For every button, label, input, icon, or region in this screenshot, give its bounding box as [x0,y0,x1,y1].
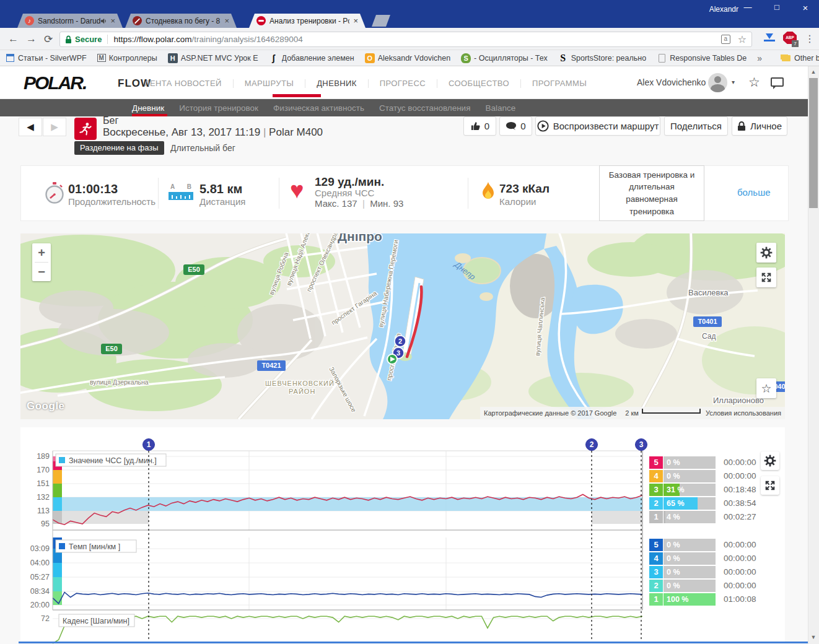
replay-route-button[interactable]: Воспроизвести маршрут [535,116,660,136]
like-button[interactable]: 0 [463,116,496,136]
scroll-down-icon[interactable]: ▼ [808,634,819,640]
nav-diary[interactable]: ДНЕВНИК [317,79,357,88]
reload-icon[interactable]: ⟳ [44,33,53,46]
subnav-recovery[interactable]: Статус восстановления [379,103,471,113]
hr-max-min: Макс. 137 | Мин. 93 [315,198,403,209]
svg-text:113: 113 [37,507,50,515]
city-label: Дніпро [338,233,382,243]
district-label: ШЕВЧЕНКОВСКИЙ [265,380,335,387]
bookmarks-overflow-icon[interactable]: » [757,53,762,63]
share-button[interactable]: Поделиться [664,116,728,136]
zoom-in-icon[interactable]: + [32,243,51,262]
habr-icon: H [168,53,178,63]
map-fullscreen-button[interactable] [756,268,776,287]
duration-value: 01:00:13 [68,182,118,196]
bookmark-item[interactable]: ʃДобавление элемен [269,53,354,63]
bookmark-item[interactable]: Responsive Tables De [657,53,747,63]
svg-text:20:00: 20:00 [30,601,50,609]
hr-label: Средняя ЧСС [315,188,374,198]
back-icon[interactable]: ← [8,33,19,45]
scrollbar-thumb[interactable] [809,78,818,208]
user-name[interactable]: Alex Vdovichenko [637,77,706,87]
bookmark-item[interactable]: MКонтроллеры [97,54,157,63]
svg-text:189: 189 [37,452,50,461]
subnav-balance[interactable]: Balance [485,103,515,113]
prev-session-button[interactable]: ◀ [19,118,42,136]
polar-logo[interactable]: POLAR. [24,72,86,94]
favorites-star-icon[interactable]: ☆ [748,75,760,90]
pace-zone-row: 50 % [649,539,716,551]
session-note: Длительный бег [170,143,235,153]
nav-routes[interactable]: МАРШРУТЫ [245,79,294,88]
tab-blog[interactable]: Стодневка по бегу - 8. C × [125,14,237,28]
screen: Alexandr — □ × ♪ Sandstorm - Darude - × … [0,0,819,644]
speaker-icon[interactable] [100,17,107,25]
svg-text:3: 3 [639,440,644,449]
hr-zone-row: 50 % [649,456,716,469]
bookmark-item[interactable]: OAleksandr Vdovichen [365,53,450,63]
distance-value: 5.81 км [199,182,242,196]
svg-text:151: 151 [37,479,50,488]
comment-icon [506,121,517,131]
close-tab-icon[interactable]: × [224,16,229,25]
tab-music[interactable]: ♪ Sandstorm - Darude - × [17,14,123,28]
divider [158,178,159,209]
chart-settings-button[interactable] [761,451,779,470]
maximize-icon[interactable]: □ [768,2,786,12]
hr-zone-row: 14 % [649,511,716,523]
menu-icon[interactable]: ⋮ [805,33,815,45]
close-icon[interactable]: × [796,2,815,13]
nav-progress[interactable]: ПРОГРЕСС [380,79,426,88]
svg-text:04:00: 04:00 [30,559,50,567]
private-button[interactable]: Личное [732,116,787,136]
zoom-out-icon[interactable]: − [32,263,51,281]
subnav-activity[interactable]: Физическая активность [273,103,364,113]
chart-fullscreen-button[interactable] [761,476,779,495]
scroll-up-icon[interactable]: ▲ [808,69,819,75]
chevron-down-icon[interactable]: ▾ [732,79,735,85]
forward-icon[interactable]: → [26,33,37,45]
nav-community[interactable]: СООБЩЕСТВО [449,79,509,88]
adblock-icon[interactable]: ABP 7 [783,32,797,45]
minimize-icon[interactable]: — [738,2,757,12]
route-map[interactable]: E50 E50 T0421 T0401 T040 вулиця Робоча в… [20,233,785,419]
subnav-history[interactable]: История тренировок [179,103,258,113]
comment-button[interactable]: 0 [499,116,532,136]
distance-icon: AB [169,183,193,200]
map-favorite-button[interactable]: ☆ [756,378,776,398]
pace-legend: Темп [мин/км ] [69,542,120,551]
svg-text:03:09: 03:09 [30,544,50,553]
avatar[interactable] [708,73,727,92]
bookmarks-bar: Статьи - SilverWPF MКонтроллеры HASP.NET… [0,50,819,66]
subnav-active-underline [132,114,167,116]
map-settings-button[interactable] [756,243,776,263]
nav-programs[interactable]: ПРОГРАММЫ [532,79,587,88]
google-logo[interactable]: Google [27,400,65,412]
close-tab-icon[interactable]: × [353,16,358,25]
close-tab-icon[interactable]: × [110,16,115,25]
phase-split-tooltip[interactable]: Разделение на фазы [74,141,164,155]
feedback-icon[interactable] [771,77,784,87]
bookmark-item[interactable]: S- Осцилляторы - Тех [461,53,548,63]
lap-markers[interactable]: 1 2 3 [143,439,647,451]
bookmark-star-icon[interactable]: ☆ [738,33,747,45]
subnav-diary[interactable]: Дневник [132,103,164,113]
chrome-profile-name[interactable]: Alexandr [709,5,738,14]
terms-link[interactable]: Условия использования [706,409,781,417]
map-zoom-control[interactable]: + − [32,243,51,281]
next-session-button[interactable]: ▶ [43,118,66,136]
bookmark-item[interactable]: SSportsStore: реально [558,53,646,63]
scale-bar [642,409,701,414]
download-extension-icon[interactable] [764,33,775,41]
bookmark-item[interactable]: HASP.NET MVC Урок Е [168,53,258,63]
nav-feed[interactable]: ЛЕНТА НОВОСТЕЙ [144,79,222,88]
bookmark-item[interactable]: Статьи - SilverWPF [5,53,87,63]
lap-cursors[interactable] [149,451,641,644]
diary-subnav: Дневник История тренировок Физическая ак… [0,99,808,116]
tab-polar-active[interactable]: Анализ тренировки - Po × [249,14,366,28]
other-bookmarks[interactable]: Other bookmarks [781,53,819,63]
more-link[interactable]: больше [737,187,771,198]
translate-icon[interactable]: a [721,35,730,44]
chart-pan-bar[interactable] [19,642,808,643]
address-bar[interactable]: Secure https://flow.polar.com/training/a… [59,32,752,47]
